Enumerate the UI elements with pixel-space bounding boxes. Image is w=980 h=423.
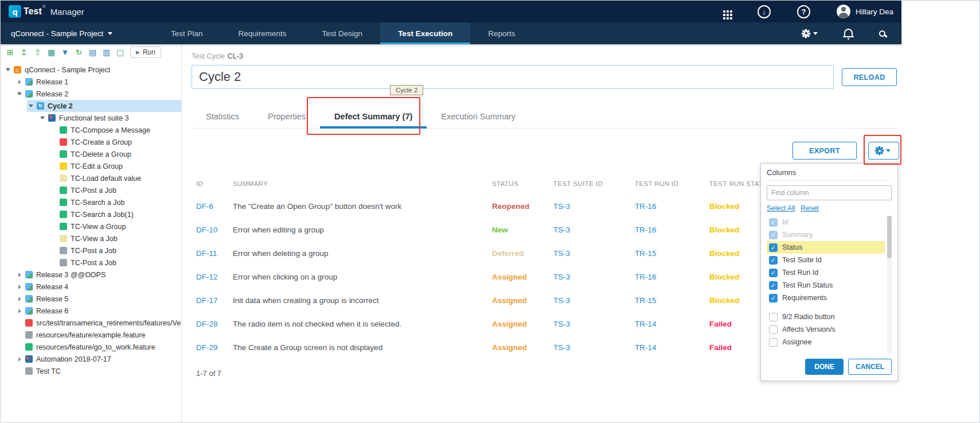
done-button[interactable]: DONE	[805, 359, 844, 375]
test-suite-link[interactable]: TS-3	[553, 202, 635, 211]
checkbox[interactable]	[769, 338, 778, 347]
tree-toggle-icon[interactable]	[15, 285, 24, 289]
help-icon[interactable]	[797, 5, 810, 18]
column-option[interactable]: 9/2 Radio button	[767, 311, 885, 323]
apps-grid-icon[interactable]	[723, 10, 725, 13]
add-icon[interactable]: ⊞	[5, 48, 15, 56]
find-column-input[interactable]	[767, 185, 892, 200]
test-suite-link[interactable]: TS-3	[553, 249, 635, 258]
reset-link[interactable]: Reset	[801, 204, 818, 212]
tree-toggle-icon[interactable]	[15, 309, 24, 313]
checkbox[interactable]	[769, 269, 778, 277]
column-option[interactable]: Status	[767, 241, 885, 254]
test-suite-link[interactable]: TS-3	[553, 296, 635, 305]
tree-item[interactable]: resources/feature/go_to_work.feature	[15, 341, 181, 353]
tree-item[interactable]: TC-View a Group	[50, 220, 181, 232]
select-all-link[interactable]: Select All	[767, 204, 795, 212]
tree-item[interactable]: TC-Compose a Message	[50, 124, 181, 136]
tree-item[interactable]: resources/feature/example.feature	[15, 329, 181, 341]
test-run-link[interactable]: TR-16	[635, 273, 709, 281]
nav-item[interactable]: Test Design	[304, 22, 381, 44]
tree-item[interactable]: TC-Load default value	[50, 172, 181, 184]
checkbox[interactable]	[769, 325, 778, 334]
cycle-name-input[interactable]	[192, 65, 834, 89]
checkbox[interactable]	[769, 256, 778, 265]
tree-item[interactable]: TC-Search a Job(1)	[50, 208, 181, 220]
test-run-link[interactable]: TR-14	[635, 343, 709, 352]
test-run-link[interactable]: TR-14	[635, 320, 709, 328]
test-suite-link[interactable]: TS-3	[553, 226, 635, 234]
tree-item[interactable]: TC-Search a Job	[50, 196, 181, 208]
tree-item[interactable]: Cycle 2	[27, 100, 181, 112]
tree-item[interactable]: Release 2	[15, 88, 181, 100]
column-option[interactable]: Affects Version/s	[767, 323, 885, 336]
tree-toggle-icon[interactable]	[38, 117, 46, 119]
checkbox[interactable]	[769, 243, 778, 252]
test-suite-link[interactable]: TS-3	[553, 343, 635, 352]
tree-item[interactable]: TC-Delete a Group	[50, 148, 181, 160]
checkbox[interactable]	[769, 281, 778, 290]
test-run-link[interactable]: TR-16	[635, 202, 709, 211]
download-icon[interactable]	[758, 5, 771, 18]
tree-item[interactable]: TC-Post a Job	[50, 184, 181, 196]
reload-button[interactable]: RELOAD	[842, 68, 897, 86]
checkbox[interactable]	[769, 294, 778, 302]
column-settings-button[interactable]	[868, 142, 899, 160]
checkbox[interactable]	[769, 218, 778, 227]
tree-item[interactable]: Release 3 @@OOPS	[15, 269, 181, 281]
scrollbar-thumb[interactable]	[887, 216, 892, 258]
tree-item[interactable]: Release 1	[15, 76, 181, 88]
defect-id-link[interactable]: DF-6	[196, 202, 233, 211]
column-header[interactable]: STATUS	[492, 180, 553, 187]
tab[interactable]: Properties	[253, 105, 320, 128]
move-icon[interactable]: ⇧	[33, 48, 42, 56]
tree-item[interactable]: TC-Edit a Group	[50, 160, 181, 172]
tree-item[interactable]: src/test/transamerica_retirements/featur…	[15, 317, 181, 329]
checkbox[interactable]	[769, 231, 778, 239]
test-suite-link[interactable]: TS-3	[553, 320, 635, 328]
defect-id-link[interactable]: DF-17	[196, 296, 233, 305]
export-button[interactable]: EXPORT	[792, 142, 857, 160]
cancel-button[interactable]: CANCEL	[848, 359, 892, 375]
project-selector[interactable]: qConnect - Sample Project	[1, 29, 153, 38]
tree-item[interactable]: TC-Create a Group	[50, 136, 181, 148]
refresh-icon[interactable]: ↻	[74, 48, 84, 56]
test-run-link[interactable]: TR-15	[635, 296, 709, 305]
tree-item[interactable]: Test TC	[15, 365, 181, 377]
notifications-bell-icon[interactable]	[844, 29, 853, 36]
column-option[interactable]: Test Run Status	[767, 279, 885, 292]
tree-item[interactable]: Release 4	[15, 281, 181, 293]
defect-id-link[interactable]: DF-29	[196, 343, 233, 352]
column-option[interactable]: Requirements	[767, 292, 885, 304]
scrollbar[interactable]	[887, 216, 892, 354]
column-option[interactable]: Summary	[767, 228, 885, 241]
defect-id-link[interactable]: DF-28	[196, 320, 233, 328]
settings-menu[interactable]	[803, 31, 818, 36]
tree-item[interactable]: TC-Post a Job	[50, 257, 181, 269]
nav-item[interactable]: Reports	[470, 22, 533, 44]
column-option[interactable]: Id	[767, 216, 885, 228]
import-icon[interactable]: ↥	[19, 48, 29, 56]
tree-toggle-icon[interactable]	[4, 68, 12, 71]
test-run-link[interactable]: TR-16	[635, 226, 709, 234]
nav-item[interactable]: Requirements	[221, 22, 304, 44]
tree-item[interactable]: Automation 2018-07-17	[15, 353, 181, 365]
tree-toggle-icon[interactable]	[15, 92, 24, 95]
datagrid-icon[interactable]: ▤	[88, 48, 97, 56]
tree-item[interactable]: TC-Post a Job	[50, 245, 181, 257]
defect-id-link[interactable]: DF-12	[196, 273, 233, 281]
tab[interactable]: Statistics	[192, 105, 253, 128]
tree-item[interactable]: qConnect - Sample Project	[4, 64, 181, 76]
nav-item[interactable]: Test Execution	[380, 22, 470, 44]
tab[interactable]: Defect Summary (7)	[320, 105, 427, 128]
defect-id-link[interactable]: DF-10	[196, 226, 233, 234]
column-header[interactable]: TEST RUN ID	[635, 180, 709, 187]
search-icon[interactable]	[879, 30, 885, 37]
column-header[interactable]: SUMMARY	[233, 180, 492, 187]
tab[interactable]: Execution Summary	[427, 105, 530, 128]
report-icon[interactable]: ▥	[101, 48, 111, 56]
column-option[interactable]: Test Run Id	[767, 266, 885, 279]
tree-item[interactable]: Release 6	[15, 305, 181, 317]
column-option[interactable]: Test Suite Id	[767, 254, 885, 266]
run-button[interactable]: ▶ Run	[130, 46, 161, 58]
